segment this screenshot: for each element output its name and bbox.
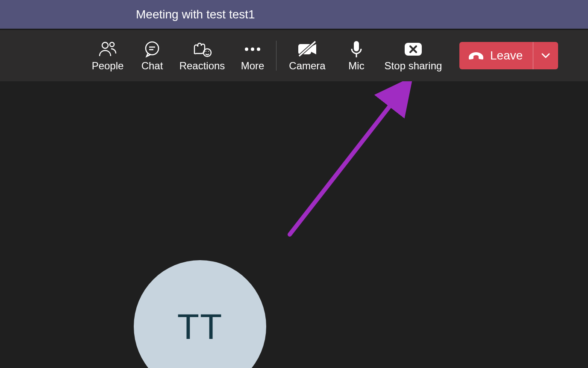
- chat-button[interactable]: Chat: [130, 30, 174, 81]
- svg-line-20: [290, 86, 405, 234]
- mic-icon: [350, 39, 363, 59]
- people-label: People: [92, 60, 124, 72]
- toolbar-divider: [276, 41, 276, 71]
- svg-rect-14: [354, 41, 359, 51]
- annotation-arrow: [0, 81, 588, 367]
- more-label: More: [241, 60, 265, 72]
- mic-button[interactable]: Mic: [334, 30, 379, 81]
- people-button[interactable]: People: [85, 30, 130, 81]
- camera-button[interactable]: Camera: [281, 30, 334, 81]
- leave-button-group: Leave: [459, 42, 558, 69]
- stop-sharing-icon: [404, 39, 423, 59]
- svg-point-5: [203, 49, 211, 56]
- chat-icon: [144, 39, 161, 59]
- hangup-icon: [468, 51, 484, 60]
- camera-off-icon: [297, 39, 318, 59]
- svg-point-0: [102, 42, 108, 48]
- leave-label: Leave: [490, 49, 523, 62]
- stop-sharing-button[interactable]: Stop sharing: [379, 30, 447, 81]
- more-icon: [244, 39, 261, 59]
- chevron-down-icon: [541, 53, 550, 59]
- svg-point-2: [146, 42, 159, 55]
- mic-label: Mic: [348, 60, 364, 72]
- svg-point-1: [110, 42, 114, 47]
- meeting-toolbar: People Chat Reactions: [0, 30, 588, 81]
- meeting-title: Meeting with test test1: [136, 8, 255, 21]
- svg-point-6: [206, 51, 206, 52]
- svg-point-7: [208, 51, 209, 52]
- reactions-label: Reactions: [179, 60, 225, 72]
- svg-point-8: [245, 47, 248, 51]
- chat-label: Chat: [141, 60, 163, 72]
- svg-point-10: [257, 47, 260, 51]
- leave-options-button[interactable]: [533, 42, 558, 69]
- reactions-icon: [192, 39, 212, 59]
- more-button[interactable]: More: [230, 30, 275, 81]
- reactions-button[interactable]: Reactions: [174, 30, 230, 81]
- camera-label: Camera: [289, 60, 325, 72]
- participant-avatar: TT: [134, 260, 266, 368]
- people-icon: [98, 39, 117, 59]
- video-stage: TT: [0, 81, 588, 367]
- leave-button[interactable]: Leave: [459, 42, 533, 69]
- svg-point-9: [251, 47, 254, 51]
- title-bar: Meeting with test test1: [0, 0, 588, 30]
- stop-sharing-label: Stop sharing: [385, 60, 442, 72]
- avatar-initials: TT: [177, 306, 223, 347]
